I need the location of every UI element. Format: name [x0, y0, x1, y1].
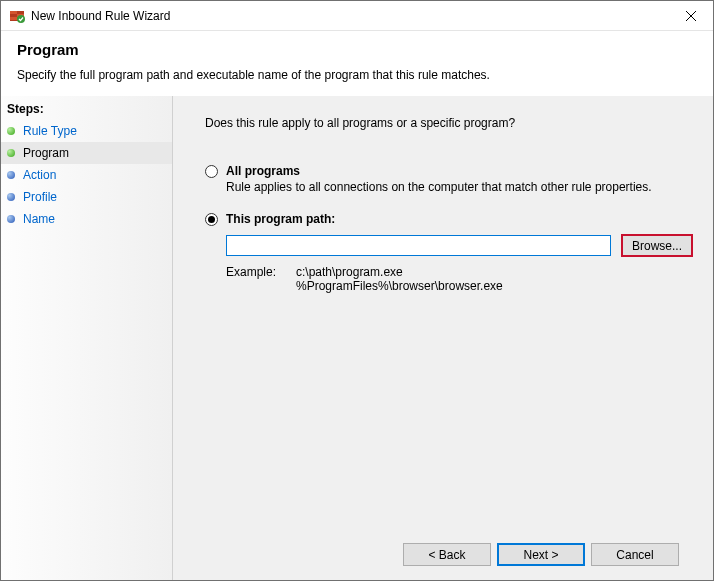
step-name[interactable]: Name: [1, 208, 172, 230]
step-label: Action: [23, 168, 56, 182]
close-icon: [686, 11, 696, 21]
firewall-icon: [9, 8, 25, 24]
option-all-programs[interactable]: All programs: [205, 164, 693, 178]
wizard-body: Steps: Rule Type Program Action Profile …: [1, 96, 713, 580]
page-title: Program: [17, 41, 697, 58]
wizard-header: Program Specify the full program path an…: [1, 31, 713, 96]
program-path-input[interactable]: [226, 235, 611, 256]
option-this-program-path[interactable]: This program path:: [205, 212, 693, 226]
radio-icon: [205, 213, 218, 226]
question-text: Does this rule apply to all programs or …: [205, 116, 693, 130]
radio-icon: [205, 165, 218, 178]
step-bullet-icon: [7, 149, 15, 157]
step-bullet-icon: [7, 127, 15, 135]
step-label: Rule Type: [23, 124, 77, 138]
next-button[interactable]: Next >: [497, 543, 585, 566]
step-program[interactable]: Program: [1, 142, 172, 164]
example-row: Example: c:\path\program.exe %ProgramFil…: [226, 265, 693, 293]
window-title: New Inbound Rule Wizard: [31, 9, 170, 23]
svg-rect-3: [10, 17, 17, 20]
steps-heading: Steps:: [1, 98, 172, 120]
step-bullet-icon: [7, 215, 15, 223]
steps-sidebar: Steps: Rule Type Program Action Profile …: [1, 96, 173, 580]
step-bullet-icon: [7, 193, 15, 201]
example-text: c:\path\program.exe %ProgramFiles%\brows…: [296, 265, 503, 293]
main-panel: Does this rule apply to all programs or …: [173, 96, 713, 580]
option-path-label: This program path:: [226, 212, 335, 226]
svg-rect-1: [10, 11, 17, 14]
step-rule-type[interactable]: Rule Type: [1, 120, 172, 142]
program-path-row: Browse...: [226, 234, 693, 257]
back-button[interactable]: < Back: [403, 543, 491, 566]
step-profile[interactable]: Profile: [1, 186, 172, 208]
close-button[interactable]: [668, 1, 713, 30]
step-label: Name: [23, 212, 55, 226]
button-bar: < Back Next > Cancel: [205, 531, 693, 580]
option-all-label: All programs: [226, 164, 300, 178]
example-label: Example:: [226, 265, 296, 293]
option-all-description: Rule applies to all connections on the c…: [226, 180, 693, 194]
step-action[interactable]: Action: [1, 164, 172, 186]
cancel-button[interactable]: Cancel: [591, 543, 679, 566]
titlebar: New Inbound Rule Wizard: [1, 1, 713, 31]
step-label: Profile: [23, 190, 57, 204]
page-description: Specify the full program path and execut…: [17, 68, 697, 82]
step-bullet-icon: [7, 171, 15, 179]
browse-button[interactable]: Browse...: [621, 234, 693, 257]
wizard-window: New Inbound Rule Wizard Program Specify …: [0, 0, 714, 581]
step-label: Program: [23, 146, 69, 160]
